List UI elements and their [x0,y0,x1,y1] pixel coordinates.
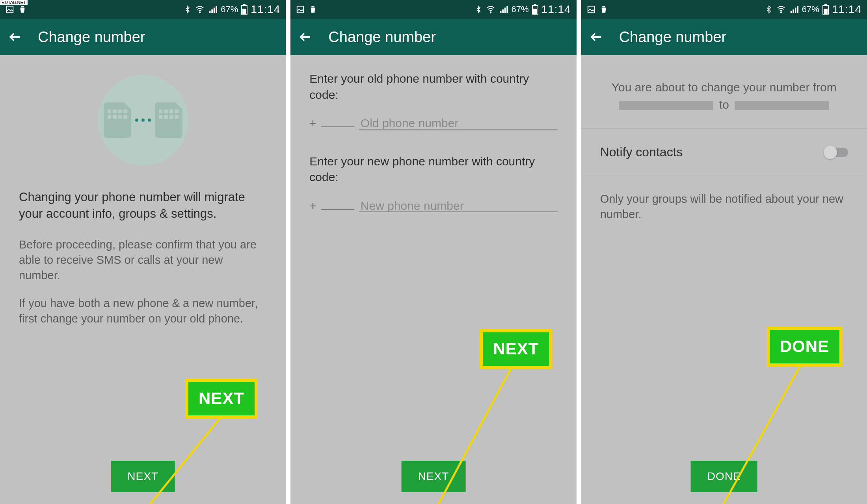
svg-rect-29 [795,7,796,13]
next-button[interactable]: NEXT [111,461,175,492]
redacted-old-number [619,101,713,110]
back-arrow-icon[interactable] [589,30,603,44]
divider [581,128,867,129]
screen-3: 67% 11:14 Change number You are about to… [581,0,867,504]
page-title: Change number [619,29,727,46]
confirm-text: You are about to change your number from… [600,79,848,113]
bluetooth-icon [474,5,482,14]
plus-icon: + [309,198,316,217]
battery-percentage: 67% [221,4,238,15]
old-number-label: Enter your old phone number with country… [309,71,557,103]
notify-contacts-label: Notify contacts [600,144,683,161]
svg-rect-6 [216,6,218,13]
signal-icon [499,5,508,14]
confirm-to: to [719,98,729,111]
svg-rect-5 [214,7,215,13]
svg-rect-4 [212,9,213,13]
svg-rect-17 [504,7,506,13]
groups-notified-text: Only your groups will be notified about … [600,191,848,222]
battery-icon [241,4,247,15]
svg-rect-21 [533,9,537,14]
plus-icon: + [309,115,316,134]
old-country-code-field[interactable] [321,113,354,127]
svg-rect-33 [824,9,828,14]
confirm-prefix: You are about to change your number from [612,81,837,94]
wifi-icon [486,5,496,14]
old-number-row: + Old phone number [309,113,557,134]
trash-icon [309,5,317,14]
page-title: Change number [328,29,436,46]
signal-icon [789,5,799,14]
callout-next: NEXT [185,379,258,419]
clock: 11:14 [251,3,280,16]
svg-rect-25 [602,6,605,7]
new-country-code-field[interactable] [321,196,354,210]
screen-2-content: Enter your old phone number with country… [290,55,576,504]
screen-1-content: Changing your phone number will migrate … [0,55,286,504]
trash-icon [18,5,27,14]
battery-percentage: 67% [512,4,529,15]
svg-rect-3 [209,11,211,13]
watermark: RUTAB.NET [0,0,28,5]
svg-point-26 [780,12,781,13]
svg-rect-15 [500,11,501,13]
signal-icon [208,5,218,14]
gallery-icon [587,5,595,14]
divider [581,176,867,176]
svg-rect-1 [21,6,24,7]
gallery-icon [296,5,305,14]
old-phone-field[interactable]: Old phone number [359,115,558,130]
back-arrow-icon[interactable] [8,30,22,44]
app-bar: Change number [290,19,576,55]
svg-rect-16 [502,9,504,13]
wifi-icon [776,5,786,14]
new-number-label: Enter your new phone number with country… [309,154,557,185]
screen-2: 67% 11:14 Change number Enter your old p… [290,0,576,504]
back-arrow-icon[interactable] [298,30,313,44]
svg-rect-0 [7,6,13,13]
bluetooth-icon [184,5,192,14]
next-button[interactable]: NEXT [402,461,466,492]
clock: 11:14 [541,3,571,16]
new-phone-field[interactable]: New phone number [359,198,558,212]
confirm-sms-text: Before proceeding, please confirm that y… [19,237,267,283]
app-bar: Change number [0,19,286,55]
gallery-icon [6,5,14,14]
svg-rect-12 [297,6,304,13]
svg-rect-13 [312,6,314,7]
screen-3-content: You are about to change your number from… [581,55,867,504]
status-bar: 67% 11:14 [581,0,867,19]
bluetooth-icon [765,5,773,14]
svg-rect-18 [506,6,508,13]
done-button[interactable]: DONE [691,461,757,492]
new-number-row: + New phone number [309,196,557,217]
screen-1: 67% 11:14 Change number Changing your ph… [0,0,286,504]
notify-contacts-row: Notify contacts [600,144,848,161]
notify-contacts-toggle[interactable] [824,148,848,157]
svg-rect-28 [793,9,794,13]
battery-icon [822,4,829,15]
page-title: Change number [38,29,145,46]
trash-icon [599,5,608,14]
redacted-new-number [735,101,829,110]
battery-percentage: 67% [802,4,819,15]
both-new-text: If you have both a new phone & a new num… [19,296,267,326]
clock: 11:14 [832,3,861,16]
svg-rect-30 [797,6,798,13]
status-bar: 67% 11:14 [0,0,286,19]
wifi-icon [195,5,205,14]
sim-graphic [98,75,188,165]
svg-point-14 [490,12,491,13]
svg-rect-24 [588,6,594,13]
migrate-headline: Changing your phone number will migrate … [19,189,267,222]
callout-done: DONE [767,327,843,367]
svg-rect-27 [791,11,792,13]
callout-next: NEXT [480,329,552,369]
battery-icon [532,4,538,15]
svg-rect-9 [242,9,246,14]
svg-point-2 [199,12,201,13]
app-bar: Change number [581,19,867,55]
status-bar: 67% 11:14 [290,0,576,19]
